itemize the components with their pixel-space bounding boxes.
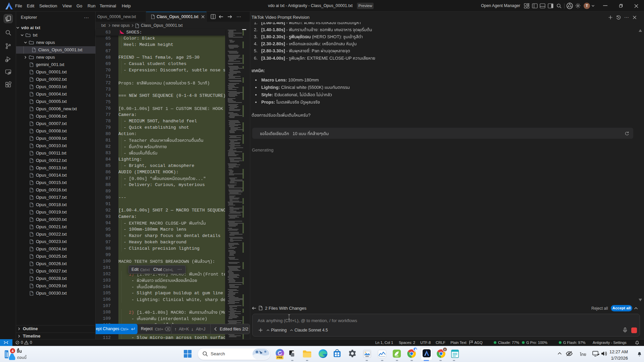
svg-text:AIS: AIS [395,355,398,357]
